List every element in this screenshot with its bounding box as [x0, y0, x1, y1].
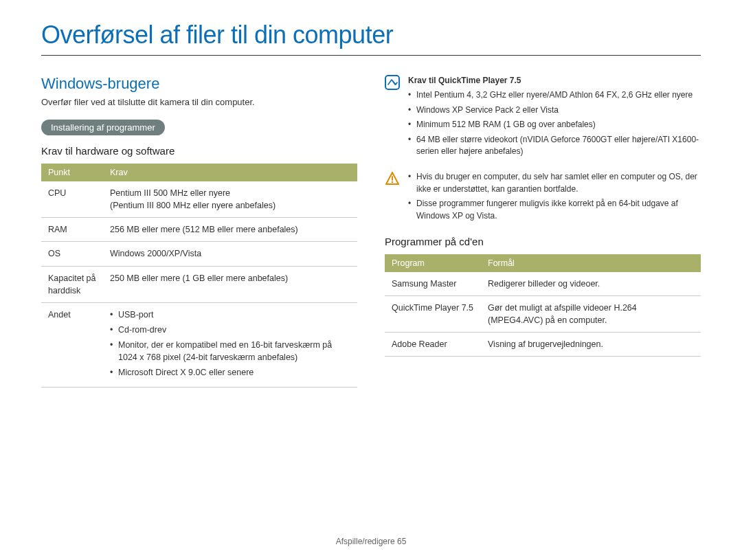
note-icon [385, 75, 400, 90]
left-column: Windows-brugere Overfør filer ved at til… [41, 75, 357, 388]
section-heading-windows: Windows-brugere [41, 75, 357, 93]
prog-purpose: Visning af brugervejledningen. [481, 333, 701, 357]
list-item: Hvis du bruger en computer, du selv har … [408, 171, 701, 195]
req-cpu-value: Pentium III 500 MHz eller nyere (Pentium… [103, 181, 357, 218]
req-disk-value: 250 MB eller mere (1 GB eller mere anbef… [103, 266, 357, 302]
table-row: QuickTime Player 7.5 Gør det muligt at a… [385, 296, 701, 333]
list-item: Monitor, der er kompatibel med en 16-bit… [110, 339, 350, 363]
req-other-value: USB-port Cd-rom-drev Monitor, der er kom… [103, 302, 357, 388]
info-box-quicktime: Krav til QuickTime Player 7.5 Intel Pent… [385, 75, 701, 160]
table-row: Samsung Master Redigerer billeder og vid… [385, 272, 701, 296]
page-footer: Afspille/redigere 65 [0, 537, 742, 546]
req-os-label: OS [41, 242, 103, 266]
prog-name: Samsung Master [385, 272, 481, 296]
table-row: RAM 256 MB eller mere (512 MB eller mere… [41, 218, 357, 242]
list-item: Microsoft Direct X 9.0C eller senere [110, 366, 350, 379]
table-row: OS Windows 2000/XP/Vista [41, 242, 357, 266]
list-item: Cd-rom-drev [110, 324, 350, 336]
right-column: Krav til QuickTime Player 7.5 Intel Pent… [385, 75, 701, 388]
requirements-heading: Krav til hardware og software [41, 145, 357, 157]
prog-name: QuickTime Player 7.5 [385, 296, 481, 333]
req-ram-label: RAM [41, 218, 103, 242]
list-item: Minimum 512 MB RAM (1 GB og over anbefal… [408, 119, 701, 131]
list-item: Intel Pentium 4, 3,2 GHz eller nyere/AMD… [408, 89, 701, 101]
prog-purpose: Redigerer billeder og videoer. [481, 272, 701, 296]
list-item: 64 MB eller større videokort (nVIDIA Gef… [408, 134, 701, 158]
list-item: Windows XP Service Pack 2 eller Vista [408, 104, 701, 116]
intro-text: Overfør filer ved at tilslutte dit kamer… [41, 97, 357, 107]
table-row: Kapacitet på harddisk 250 MB eller mere … [41, 266, 357, 302]
table-row: Adobe Reader Visning af brugervejledning… [385, 333, 701, 357]
table-row: Andet USB-port Cd-rom-drev Monitor, der … [41, 302, 357, 388]
table-row: CPU Pentium III 500 MHz eller nyere (Pen… [41, 181, 357, 218]
programs-table: Program Formål Samsung Master Redigerer … [385, 254, 701, 357]
page-title: Overførsel af filer til din computer [41, 21, 701, 56]
install-programs-pill: Installering af programmer [41, 120, 165, 135]
warning-box: Hvis du bruger en computer, du selv har … [385, 171, 701, 225]
prog-purpose: Gør det muligt at afspille videoer H.264… [481, 296, 701, 333]
warning-icon [385, 171, 400, 186]
footer-page-number: 65 [397, 537, 406, 546]
list-item: USB-port [110, 309, 350, 321]
footer-section: Afspille/redigere [336, 537, 395, 546]
req-disk-label: Kapacitet på harddisk [41, 266, 103, 302]
req-header-punkt: Punkt [41, 164, 103, 181]
req-ram-value: 256 MB eller mere (512 MB eller mere anb… [103, 218, 357, 242]
prog-header-formal: Formål [481, 254, 701, 272]
req-os-value: Windows 2000/XP/Vista [103, 242, 357, 266]
req-header-krav: Krav [103, 164, 357, 181]
prog-name: Adobe Reader [385, 333, 481, 357]
svg-point-2 [392, 181, 393, 183]
list-item: Disse programmer fungerer muligvis ikke … [408, 198, 701, 222]
programs-heading: Programmer på cd'en [385, 236, 701, 247]
req-other-label: Andet [41, 302, 103, 388]
info-box-title: Krav til QuickTime Player 7.5 [408, 75, 701, 87]
prog-header-program: Program [385, 254, 481, 272]
req-cpu-label: CPU [41, 181, 103, 218]
requirements-table: Punkt Krav CPU Pentium III 500 MHz eller… [41, 164, 357, 388]
